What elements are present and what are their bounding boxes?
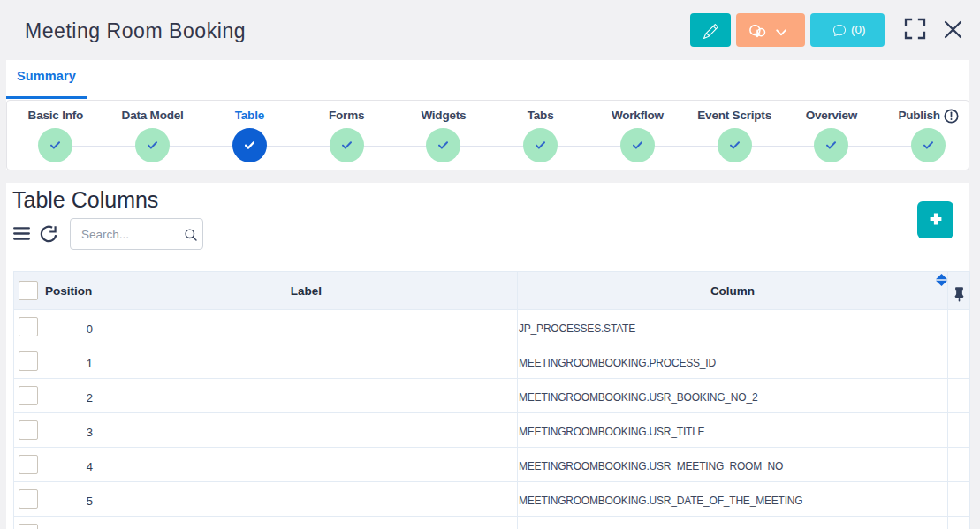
row-checkbox[interactable] [19,420,38,440]
step-circle[interactable] [523,128,558,162]
cell-pin [948,517,970,529]
row-checkbox-cell [14,413,42,448]
edit-button[interactable] [690,13,731,47]
step-label: Overview [806,109,857,123]
step-publish: Publish [880,101,977,170]
table-row: 4 MEETINGROOMBOOKING.USR_MEETING_ROOM_NO… [14,448,970,482]
select-all-checkbox[interactable] [19,281,38,300]
table-row [14,517,970,529]
fullscreen-button[interactable] [904,18,926,40]
deploy-button[interactable] [736,13,805,47]
stepper-card: Basic Info Data Model Table Forms Widget… [6,100,969,170]
step-label: Data Model [122,109,184,123]
menu-button[interactable] [13,227,30,240]
cell-position [42,517,95,529]
step-circle[interactable] [620,128,655,162]
row-checkbox[interactable] [19,386,38,405]
table-row: 2 MEETINGROOMBOOKING.USR_BOOKING_NO_2 [14,379,970,413]
step-circle[interactable] [330,128,364,162]
cell-pin [948,413,970,448]
pin-icon [954,287,964,302]
step-label: Event Scripts [697,109,771,123]
row-checkbox-cell [14,344,42,379]
chevron-down-icon [776,25,786,39]
step-circle[interactable] [232,128,267,162]
header-column[interactable]: Column [518,272,948,310]
step-circle[interactable] [718,128,752,162]
cell-column: MEETINGROOMBOOKING.USR_DATE_OF_THE_MEETI… [518,482,948,517]
row-checkbox-cell [14,310,42,344]
step-circle[interactable] [426,128,460,162]
cell-label [95,379,518,413]
search-icon[interactable] [184,228,197,241]
cell-label [95,344,518,379]
row-checkbox-cell [14,379,42,413]
row-checkbox[interactable] [19,317,38,336]
plus-icon [930,213,942,228]
check-icon [826,141,836,149]
row-checkbox[interactable] [19,455,38,474]
cell-pin [948,482,970,517]
tab-summary[interactable]: Summary [6,60,87,99]
row-checkbox-cell [14,482,42,517]
step-circle[interactable] [814,128,848,162]
table-row: 1 MEETINGROOMBOOKING.PROCESS_ID [14,344,970,379]
step-label: Forms [329,109,364,123]
check-icon [342,141,352,149]
header-label[interactable]: Label [95,272,518,310]
close-icon [944,28,962,42]
row-checkbox-cell [14,448,42,482]
cell-position: 0 [42,310,95,344]
exclamation-circle-icon[interactable] [942,107,959,125]
step-label: Widgets [421,109,466,123]
check-icon [923,141,933,149]
sort-icon[interactable] [936,274,947,286]
step-widgets: Widgets [395,101,492,170]
cell-position: 4 [42,448,95,482]
row-checkbox[interactable] [19,351,38,371]
section-title: Table Columns [12,187,158,213]
table-row: 5 MEETINGROOMBOOKING.USR_DATE_OF_THE_MEE… [14,482,970,517]
step-label: Tabs [528,109,554,123]
row-checkbox-cell [14,517,42,529]
add-column-button[interactable] [917,201,953,238]
step-label: Basic Info [28,109,84,123]
header-position[interactable]: Position [42,272,95,310]
step-overview: Overview [783,101,880,170]
close-button[interactable] [944,20,962,39]
step-circle[interactable] [38,128,72,162]
step-workflow: Workflow [589,101,687,170]
step-circle[interactable] [135,128,170,162]
check-icon [536,141,545,149]
table-columns-panel: Table Columns [6,183,969,529]
refresh-button[interactable] [40,225,59,245]
step-circle[interactable] [911,128,946,162]
cell-label [95,413,518,448]
table-row: 3 MEETINGROOMBOOKING.USR_TITLE [14,413,970,448]
cell-pin [948,379,970,413]
stepper: Basic Info Data Model Table Forms Widget… [7,101,969,170]
check-icon [50,141,60,149]
header-pin[interactable] [948,272,970,310]
row-checkbox[interactable] [19,524,38,529]
summary-panel: Summary Basic Info Data Model Table Form… [6,60,969,170]
check-icon [148,141,157,149]
cell-label [95,482,518,517]
cell-label [95,310,518,344]
search-input[interactable] [71,219,202,249]
cell-pin [948,310,970,344]
cell-position: 2 [42,379,95,413]
table-header-row: Position Label Column [14,272,970,310]
refresh-icon [40,225,58,243]
cell-position: 1 [42,344,95,379]
step-label: Table [235,109,264,123]
cell-column: MEETINGROOMBOOKING.USR_MEETING_ROOM_NO_ [518,448,948,482]
row-checkbox[interactable] [19,489,38,509]
step-table: Table [201,101,299,170]
columns-table: Position Label Column [13,271,970,529]
check-icon [245,141,254,149]
check-icon [730,141,740,149]
app-header: Meeting Room Booking (0) [0,0,980,60]
comments-button[interactable]: (0) [810,13,885,47]
cell-label [95,448,518,482]
